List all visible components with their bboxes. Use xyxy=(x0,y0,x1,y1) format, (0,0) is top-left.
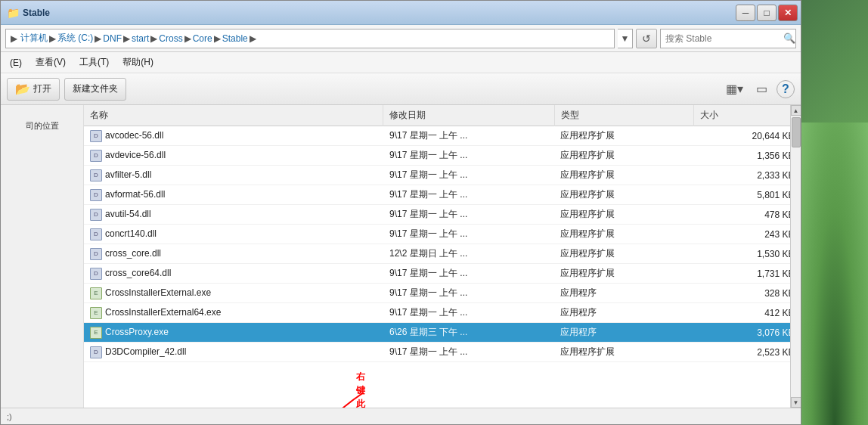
table-row[interactable]: Dcross_core.dll 12\2 星期日 上午 ... 应用程序扩展 1… xyxy=(84,244,801,264)
window-title: Stable xyxy=(23,8,50,18)
file-size-cell: 243 KB xyxy=(693,225,800,244)
pane-toggle-button[interactable]: ▭ xyxy=(749,79,773,100)
file-size-cell: 20,644 KB xyxy=(693,126,800,146)
main-area: 司的位置 名称 修改日期 类型 大小 Davcodec-56.dll 9\17 xyxy=(1,105,801,408)
table-row[interactable]: DD3DCompiler_42.dll 9\17 星期一 上午 ... 应用程序… xyxy=(84,343,801,362)
dll-icon: D xyxy=(90,150,102,162)
annotation-text: 右键此文件属性- 安全-高级 xyxy=(356,370,368,408)
col-size-header[interactable]: 大小 xyxy=(693,105,800,126)
file-date-cell: 9\17 星期一 上午 ... xyxy=(383,343,554,362)
scroll-down-button[interactable]: ▼ xyxy=(791,397,801,408)
file-name-cell: Dconcrt140.dll xyxy=(84,225,383,244)
breadcrumb-icon: ▶ xyxy=(11,33,17,44)
open-button[interactable]: 📂 打开 xyxy=(7,78,60,101)
dll-icon: D xyxy=(90,130,102,142)
file-name-cell: ECrossInstallerExternal64.exe xyxy=(84,303,383,323)
new-folder-button[interactable]: 新建文件夹 xyxy=(64,78,126,101)
table-row[interactable]: Davfilter-5.dll 9\17 星期一 上午 ... 应用程序扩展 2… xyxy=(84,166,801,185)
file-date-cell: 9\17 星期一 上午 ... xyxy=(383,225,554,244)
file-date-cell: 9\17 星期一 上午 ... xyxy=(383,146,554,166)
minimize-button[interactable]: ─ xyxy=(736,5,755,21)
new-folder-label: 新建文件夹 xyxy=(73,82,118,95)
file-size-cell: 2,523 KB xyxy=(693,343,800,362)
sidebar: 司的位置 xyxy=(1,105,84,408)
file-table: 名称 修改日期 类型 大小 Davcodec-56.dll 9\17 星期一 上… xyxy=(84,105,801,362)
table-row[interactable]: ECrossProxy.exe 6\26 星期三 下午 ... 应用程序 3,0… xyxy=(84,323,801,343)
table-row[interactable]: ECrossInstallerExternal64.exe 9\17 星期一 上… xyxy=(84,303,801,323)
breadcrumb-c[interactable]: 系统 (C:) xyxy=(57,32,93,45)
file-type-cell: 应用程序扩展 xyxy=(554,185,693,205)
file-size-cell: 1,530 KB xyxy=(693,244,800,264)
col-name-header[interactable]: 名称 xyxy=(84,105,383,126)
breadcrumb-start[interactable]: start xyxy=(132,33,149,44)
file-size-cell: 5,801 KB xyxy=(693,185,800,205)
search-input[interactable] xyxy=(661,33,783,44)
file-name-cell: DD3DCompiler_42.dll xyxy=(84,343,383,362)
menu-edit[interactable]: (E) xyxy=(4,55,28,70)
close-button[interactable]: ✕ xyxy=(778,5,798,21)
table-header: 名称 修改日期 类型 大小 xyxy=(84,105,801,126)
table-row[interactable]: Davutil-54.dll 9\17 星期一 上午 ... 应用程序扩展 47… xyxy=(84,205,801,225)
search-icon[interactable]: 🔍 xyxy=(783,29,795,48)
file-size-cell: 412 KB xyxy=(693,303,800,323)
annotation-arrow xyxy=(311,392,371,408)
open-icon: 📂 xyxy=(15,82,30,96)
address-dropdown-button[interactable]: ▼ xyxy=(618,29,633,48)
dll-icon: D xyxy=(90,268,102,280)
refresh-button[interactable]: ↺ xyxy=(636,29,657,48)
file-tbody: Davcodec-56.dll 9\17 星期一 上午 ... 应用程序扩展 2… xyxy=(84,126,801,362)
dll-icon: D xyxy=(90,228,102,240)
file-date-cell: 9\17 星期一 上午 ... xyxy=(383,303,554,323)
file-type-cell: 应用程序扩展 xyxy=(554,126,693,146)
col-type-header[interactable]: 类型 xyxy=(554,105,693,126)
address-breadcrumb[interactable]: ▶ 计算机 ▶ 系统 (C:) ▶ DNF ▶ start ▶ Cross ▶ … xyxy=(5,29,615,48)
file-date-cell: 6\26 星期三 下午 ... xyxy=(383,323,554,343)
dll-icon: D xyxy=(90,346,102,358)
file-type-cell: 应用程序扩展 xyxy=(554,166,693,185)
search-bar: 🔍 xyxy=(660,29,796,48)
status-bar: ;) xyxy=(1,408,801,424)
file-name-cell: Davdevice-56.dll xyxy=(84,146,383,166)
file-type-cell: 应用程序 xyxy=(554,303,693,323)
table-row[interactable]: Davcodec-56.dll 9\17 星期一 上午 ... 应用程序扩展 2… xyxy=(84,126,801,146)
scrollbar: ▲ ▼ xyxy=(790,105,801,408)
breadcrumb-stable[interactable]: Stable xyxy=(222,33,248,44)
table-row[interactable]: Davformat-56.dll 9\17 星期一 上午 ... 应用程序扩展 … xyxy=(84,185,801,205)
title-bar: 📁 Stable ─ □ ✕ xyxy=(1,1,801,25)
file-date-cell: 9\17 星期一 上午 ... xyxy=(383,126,554,146)
table-row[interactable]: Dcross_core64.dll 9\17 星期一 上午 ... 应用程序扩展… xyxy=(84,264,801,284)
table-row[interactable]: Davdevice-56.dll 9\17 星期一 上午 ... 应用程序扩展 … xyxy=(84,146,801,166)
file-size-cell: 3,076 KB xyxy=(693,323,800,343)
file-name-cell: Davformat-56.dll xyxy=(84,185,383,205)
exe-icon: E xyxy=(90,327,102,339)
menu-tools[interactable]: 工具(T) xyxy=(73,54,115,71)
menu-help[interactable]: 帮助(H) xyxy=(116,54,160,71)
dll-icon: D xyxy=(90,209,102,221)
exe-icon: E xyxy=(90,287,102,299)
breadcrumb-computer[interactable]: 计算机 xyxy=(20,32,48,45)
scroll-up-button[interactable]: ▲ xyxy=(791,105,801,116)
explorer-window: 📁 Stable ─ □ ✕ ▶ 计算机 ▶ 系统 (C:) ▶ DNF ▶ s… xyxy=(0,0,801,425)
table-row[interactable]: ECrossInstallerExternal.exe 9\17 星期一 上午 … xyxy=(84,284,801,303)
file-date-cell: 9\17 星期一 上午 ... xyxy=(383,185,554,205)
breadcrumb-cross[interactable]: Cross xyxy=(159,33,182,44)
file-name-cell: ECrossProxy.exe xyxy=(84,323,383,343)
file-name-cell: Davfilter-5.dll xyxy=(84,166,383,185)
menu-bar: (E) 查看(V) 工具(T) 帮助(H) xyxy=(1,52,801,73)
maximize-button[interactable]: □ xyxy=(757,5,777,21)
breadcrumb-dnf[interactable]: DNF xyxy=(103,33,122,44)
file-type-cell: 应用程序扩展 xyxy=(554,205,693,225)
file-list: 名称 修改日期 类型 大小 Davcodec-56.dll 9\17 星期一 上… xyxy=(84,105,801,408)
breadcrumb-core[interactable]: Core xyxy=(193,33,212,44)
help-button[interactable]: ? xyxy=(777,80,795,98)
file-size-cell: 1,731 KB xyxy=(693,264,800,284)
file-name-cell: Dcross_core64.dll xyxy=(84,264,383,284)
file-type-cell: 应用程序扩展 xyxy=(554,343,693,362)
address-bar: ▶ 计算机 ▶ 系统 (C:) ▶ DNF ▶ start ▶ Cross ▶ … xyxy=(1,25,801,52)
file-date-cell: 9\17 星期一 上午 ... xyxy=(383,166,554,185)
scroll-thumb[interactable] xyxy=(792,117,801,147)
table-row[interactable]: Dconcrt140.dll 9\17 星期一 上午 ... 应用程序扩展 24… xyxy=(84,225,801,244)
view-toggle-button[interactable]: ▦▾ xyxy=(722,79,746,100)
menu-view[interactable]: 查看(V) xyxy=(29,54,72,71)
col-date-header[interactable]: 修改日期 xyxy=(383,105,554,126)
